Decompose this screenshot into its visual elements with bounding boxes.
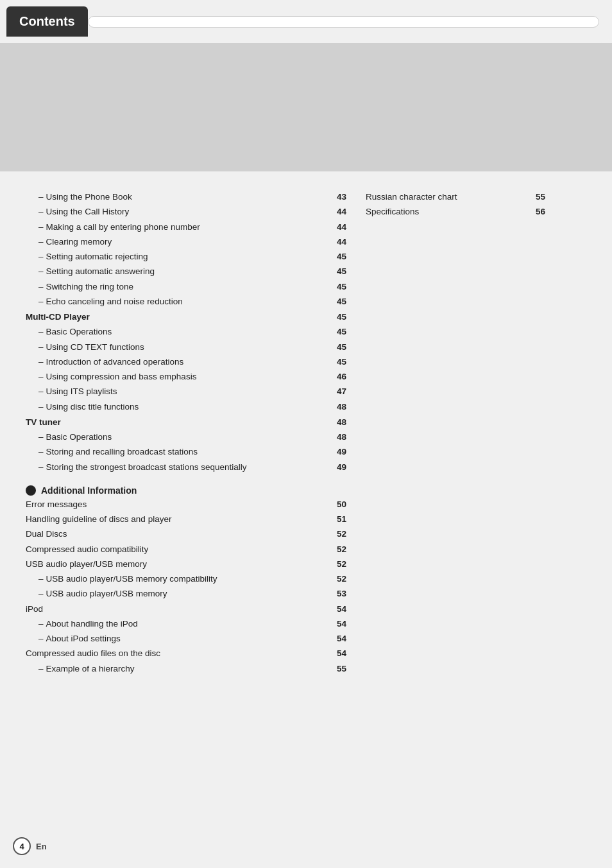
list-item: – Switching the ring tone 45 <box>26 281 346 293</box>
list-item: – Basic Operations 45 <box>26 326 346 338</box>
list-item: – Setting automatic rejecting 45 <box>26 250 346 263</box>
header-tab-label: Contents <box>19 14 75 28</box>
list-item: Error messages 50 <box>26 498 346 511</box>
right-column: Russian character chart 55 Specification… <box>366 191 545 677</box>
list-item: – Basic Operations 48 <box>26 431 346 444</box>
list-item: – Making a call by entering phone number… <box>26 221 346 234</box>
list-item: – Using ITS playlists 47 <box>26 385 346 398</box>
list-item: – Using the Call History 44 <box>26 205 346 218</box>
content-area: – Using the Phone Book 43 – Using the Ca… <box>0 178 612 703</box>
header-tab: Contents <box>6 6 88 37</box>
list-item: – Setting automatic answering 45 <box>26 265 346 278</box>
section-header-additional: Additional Information <box>26 485 346 496</box>
list-item: Russian character chart 55 <box>366 191 545 204</box>
top-spacer <box>0 43 612 171</box>
list-item: – Example of a hierarchy 55 <box>26 663 346 675</box>
list-item: Multi-CD Player 45 <box>26 311 346 324</box>
list-item: – Clearing memory 44 <box>26 236 346 248</box>
list-item: – Introduction of advanced operations 45 <box>26 356 346 369</box>
header-title-box <box>88 16 599 28</box>
list-item: – USB audio player/USB memory compatibil… <box>26 573 346 586</box>
list-item: – Storing the strongest broadcast statio… <box>26 461 346 474</box>
list-item: Specifications 56 <box>366 205 545 218</box>
list-item: Compressed audio files on the disc 54 <box>26 647 346 660</box>
page: Contents – Using the Phone Book 43 – Usi… <box>0 0 612 868</box>
list-item: – Using CD TEXT functions 45 <box>26 341 346 354</box>
left-column: – Using the Phone Book 43 – Using the Ca… <box>26 191 346 677</box>
list-item: – About iPod settings 54 <box>26 632 346 645</box>
list-item: – Echo canceling and noise reduction 45 <box>26 295 346 308</box>
list-item: Handling guideline of discs and player 5… <box>26 513 346 526</box>
footer: 4 En <box>13 837 47 855</box>
list-item: – Using the Phone Book 43 <box>26 191 346 204</box>
list-item: – About handling the iPod 54 <box>26 618 346 630</box>
page-number-circle: 4 <box>13 837 31 855</box>
list-item: Dual Discs 52 <box>26 528 346 541</box>
list-item: – Storing and recalling broadcast statio… <box>26 446 346 458</box>
list-item: Compressed audio compatibility 52 <box>26 543 346 556</box>
list-item: – Using compression and bass emphasis 46 <box>26 370 346 383</box>
header-bar: Contents <box>0 0 612 43</box>
list-item: USB audio player/USB memory 52 <box>26 558 346 571</box>
section-header-text: Additional Information <box>41 485 137 496</box>
bullet-icon <box>26 485 36 496</box>
list-item: TV tuner 48 <box>26 416 346 429</box>
list-item: iPod 54 <box>26 603 346 616</box>
list-item: – Using disc title functions 48 <box>26 401 346 413</box>
page-number: 4 <box>19 842 24 851</box>
language-label: En <box>36 842 47 851</box>
list-item: – USB audio player/USB memory 53 <box>26 587 346 600</box>
